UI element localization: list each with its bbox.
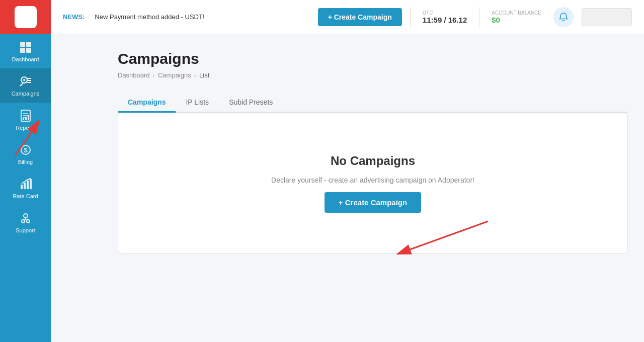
svg-line-8 — [20, 83, 23, 86]
topbar-divider — [410, 7, 411, 27]
svg-rect-21 — [21, 185, 23, 189]
svg-rect-16 — [23, 118, 24, 120]
balance-block: ACCOUNT BALANCE $0 — [488, 10, 545, 24]
svg-rect-10 — [27, 80, 31, 81]
sidebar-item-billing[interactable]: $ Billing — [0, 137, 51, 171]
sidebar-item-label-rate-card: Rate Card — [13, 193, 38, 199]
empty-title: No Campaigns — [331, 154, 415, 168]
sidebar-item-reports[interactable]: Reports — [0, 103, 51, 137]
topbar-divider2 — [479, 7, 479, 27]
svg-point-25 — [24, 214, 28, 218]
svg-rect-4 — [20, 48, 25, 53]
sidebar-item-dashboard[interactable]: Dashboard — [0, 34, 51, 68]
svg-rect-24 — [30, 179, 32, 189]
empty-state-card: No Campaigns Declare yourself - create a… — [118, 113, 628, 253]
utc-time: 11:59 / 16.12 — [423, 16, 467, 24]
dashboard-icon — [19, 40, 33, 54]
user-avatar[interactable] — [582, 8, 632, 26]
sidebar-item-rate-card[interactable]: Rate Card — [0, 171, 51, 205]
svg-rect-11 — [27, 82, 31, 83]
main-content: Campaigns Dashboard › Campaigns › List C… — [102, 34, 644, 342]
news-text: New Payment method added - USDT! — [95, 13, 204, 21]
svg-text:$: $ — [24, 146, 28, 154]
breadcrumb-dashboard[interactable]: Dashboard — [118, 71, 150, 79]
tab-subid-presets[interactable]: Subid Presets — [219, 93, 283, 113]
svg-rect-3 — [26, 42, 31, 47]
rate-card-icon — [19, 177, 33, 191]
page-title: Campaigns — [118, 50, 628, 67]
notification-bell-button[interactable] — [553, 7, 574, 27]
billing-icon: $ — [19, 143, 33, 157]
svg-rect-18 — [28, 115, 29, 120]
breadcrumb: Dashboard › Campaigns › List — [118, 71, 628, 79]
breadcrumb-sep1: › — [153, 71, 155, 79]
sidebar-item-label-reports: Reports — [16, 125, 35, 131]
tabs-bar: Campaigns IP Lists Subid Presets — [118, 93, 628, 113]
support-icon — [19, 211, 33, 225]
balance-value: $0 — [492, 16, 500, 24]
tab-ip-lists[interactable]: IP Lists — [176, 93, 219, 113]
sidebar-item-label-support: Support — [16, 227, 35, 233]
breadcrumb-sep2: › — [194, 71, 196, 79]
sidebar-item-label-dashboard: Dashboard — [12, 56, 39, 62]
svg-rect-17 — [25, 117, 27, 120]
svg-rect-9 — [27, 78, 31, 79]
utc-label: UTC — [423, 10, 433, 16]
create-campaign-center-button[interactable]: + Create Campaign — [325, 192, 421, 213]
reports-icon — [19, 109, 33, 123]
svg-rect-1 — [27, 11, 33, 23]
svg-rect-5 — [26, 48, 31, 53]
utc-block: UTC 11:59 / 16.12 — [419, 10, 471, 24]
sidebar-logo — [0, 0, 51, 34]
svg-rect-23 — [27, 181, 29, 189]
svg-rect-0 — [18, 13, 25, 21]
logo-icon — [15, 6, 37, 28]
breadcrumb-list: List — [199, 71, 209, 79]
balance-label: ACCOUNT BALANCE — [492, 10, 541, 16]
sidebar: Dashboard Campaigns — [0, 0, 51, 342]
sidebar-item-label-campaigns: Campaigns — [12, 91, 40, 97]
sidebar-item-support[interactable]: Support — [0, 205, 51, 239]
svg-rect-22 — [24, 183, 26, 189]
create-campaign-header-button[interactable]: + Create Campaign — [318, 8, 402, 26]
bell-icon — [558, 12, 569, 22]
news-badge: NEWS: — [63, 13, 85, 21]
empty-description: Declare yourself - create an advertising… — [271, 176, 474, 184]
breadcrumb-campaigns[interactable]: Campaigns — [158, 71, 191, 79]
campaigns-icon — [19, 74, 33, 89]
empty-content: No Campaigns Declare yourself - create a… — [251, 124, 495, 243]
topbar: NEWS: New Payment method added - USDT! +… — [51, 0, 644, 34]
svg-point-7 — [23, 79, 25, 81]
svg-point-27 — [27, 220, 30, 223]
tab-campaigns[interactable]: Campaigns — [118, 93, 176, 113]
sidebar-item-campaigns[interactable]: Campaigns — [0, 68, 51, 103]
sidebar-item-label-billing: Billing — [18, 159, 33, 165]
svg-point-26 — [22, 220, 25, 223]
svg-rect-2 — [20, 42, 25, 47]
